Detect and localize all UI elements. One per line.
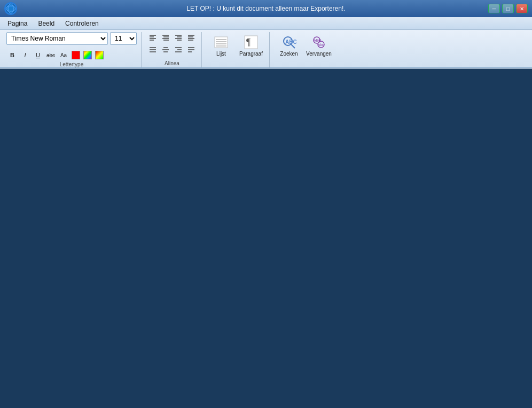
title-bar-left [4,2,17,15]
search-icon: ABC [281,35,296,50]
svg-text:14: 14 [325,68,330,69]
paragraaf-icon: ¶ [244,35,259,50]
lettertype-label: Lettertype [60,61,83,67]
svg-text:9: 9 [206,68,208,69]
paragraaf-label: Paragraaf [239,51,263,57]
svg-text:13: 13 [301,68,306,69]
svg-text:abc: abc [318,43,324,47]
lijst-button[interactable]: Lijst [207,32,235,59]
ribbon-group-alinea: Alinea [143,32,202,67]
align-list-btn-4[interactable] [185,32,197,43]
underline-button[interactable]: U [32,50,44,60]
close-button[interactable]: ✕ [516,4,528,13]
svg-text:7: 7 [158,68,160,69]
vervangen-button[interactable]: ABC abc Vervangen [305,32,333,59]
app-icon [4,2,17,15]
case-button[interactable]: Aa [58,50,69,60]
svg-text:¶: ¶ [246,37,251,48]
window-controls: ─ □ ✕ [488,4,528,13]
alinea-label: Alinea [165,60,179,66]
svg-text:16: 16 [373,68,378,69]
svg-text:3: 3 [61,68,64,69]
extra-color-swatch[interactable] [95,51,104,59]
highlight-color-swatch[interactable] [83,51,92,59]
align-bottom-row [147,44,197,55]
maximize-button[interactable]: □ [502,4,514,13]
svg-line-39 [291,44,295,48]
align-list-btn-3[interactable] [173,32,184,43]
svg-text:8: 8 [182,68,184,69]
window-title: LET OP! : U kunt dit document alleen maa… [186,5,345,12]
svg-text:18: 18 [422,68,427,69]
align-left-btn[interactable] [147,44,159,55]
svg-text:ABC: ABC [285,39,296,45]
svg-text:10: 10 [229,68,233,69]
font-select[interactable]: Times New Roman [6,32,108,45]
menu-beeld[interactable]: Beeld [33,19,60,28]
svg-text:4: 4 [85,68,88,69]
format-row: B I U abc Aa [6,50,105,60]
align-list-btn-1[interactable] [147,32,159,43]
svg-text:5: 5 [109,68,112,69]
size-select[interactable]: 11 [110,32,137,45]
lijst-icon [214,35,229,50]
font-row: Times New Roman 11 [6,32,137,45]
align-top-row [147,32,197,43]
menu-bar: Pagina Beeld Controleren [0,17,532,30]
svg-text:11: 11 [253,68,257,69]
align-right-btn[interactable] [173,44,184,55]
ruler: 2 3 4 5 6 7 8 9 10 11 12 13 14 15 16 ↑17 [0,68,532,69]
font-color-swatch[interactable] [72,51,80,59]
lijst-label: Lijst [216,51,226,57]
svg-text:6: 6 [134,68,136,69]
menu-pagina[interactable]: Pagina [2,19,33,28]
svg-point-0 [6,4,15,13]
align-list-btn-2[interactable] [160,32,171,43]
paragraaf-button[interactable]: ¶ Paragraaf [237,32,265,59]
bold-button[interactable]: B [6,50,18,60]
menu-controleren[interactable]: Controleren [60,19,104,28]
align-center-btn[interactable] [160,44,171,55]
svg-text:↑17: ↑17 [395,68,402,69]
svg-text:12: 12 [277,68,281,69]
ribbon-group-paragraaf: Lijst ¶ Paragraaf [203,32,270,67]
strikethrough-button[interactable]: abc [45,50,57,60]
minimize-button[interactable]: ─ [488,4,500,13]
italic-button[interactable]: I [19,50,31,60]
svg-text:2: 2 [37,68,40,69]
align-justify-btn[interactable] [185,44,197,55]
ribbon-group-lettertype: Times New Roman 11 B I U abc Aa [2,32,142,67]
svg-text:ABC: ABC [314,39,321,42]
title-bar: LET OP! : U kunt dit document alleen maa… [0,0,532,17]
replace-icon: ABC abc [311,35,326,50]
ribbon: Times New Roman 11 B I U abc Aa [0,30,532,68]
zoeken-label: Zoeken [280,51,298,57]
svg-text:15: 15 [349,68,354,69]
zoeken-button[interactable]: ABC Zoeken [275,32,303,59]
svg-text:19: 19 [446,68,451,69]
vervangen-label: Vervangen [306,51,332,57]
ruler-inner: 2 3 4 5 6 7 8 9 10 11 12 13 14 15 16 ↑17 [27,68,532,69]
ribbon-group-bewerken: ABC Zoeken ABC [271,32,337,67]
